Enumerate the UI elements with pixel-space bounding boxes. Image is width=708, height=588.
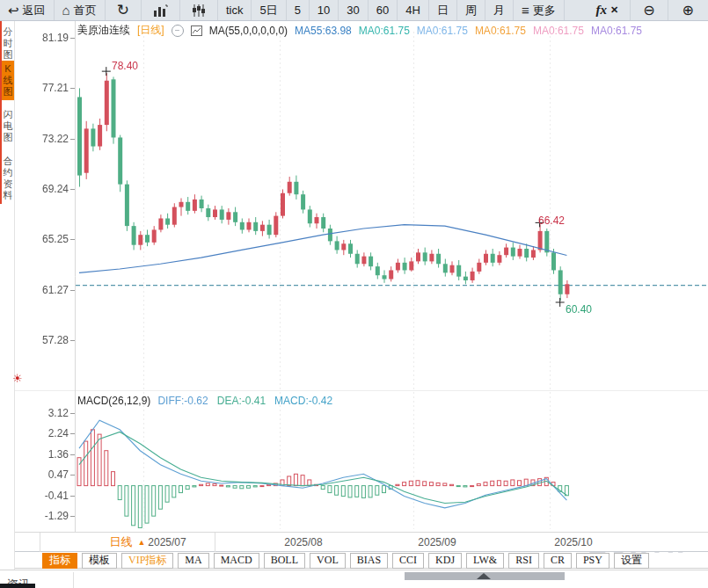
- ma-value: MA0:61.75: [417, 25, 468, 37]
- ma-value: MA0:61.75: [359, 25, 410, 37]
- macd-values: DIFF:-0.62DEA:-0.41MACD:-0.42: [157, 395, 341, 407]
- sidebar-item-4[interactable]: 合约资料: [2, 153, 14, 204]
- more-button[interactable]: ≡ 更多: [514, 0, 565, 20]
- period-tag: [日线]: [137, 23, 164, 38]
- macd-axis-label: 0.47: [25, 468, 69, 481]
- macd-axis-label: 1.36: [25, 448, 69, 461]
- menu-icon: ≡: [522, 4, 529, 17]
- week-label: 周: [465, 3, 477, 18]
- date-axis-label: 2025/10: [554, 536, 592, 548]
- formula-fx-button[interactable]: fx✕: [584, 0, 631, 20]
- period-selector[interactable]: 日线 ▲: [40, 533, 215, 552]
- indicator-tabs-row: 指标模板VIP指标MAMACDBOLLVOLBIASCCIKDJLW&RSICR…: [14, 553, 708, 569]
- period-month-button[interactable]: 月: [485, 0, 514, 20]
- tab-KDJ[interactable]: KDJ: [428, 553, 462, 569]
- period-10min-button[interactable]: 10: [310, 0, 339, 20]
- refresh-button[interactable]: ↻: [106, 0, 142, 20]
- chart-title-row: 美原油连续 [日线] − MA(55,0,0,0,0,0) MA55:63.98…: [77, 23, 649, 38]
- ma-value: MA0:61.75: [591, 25, 642, 37]
- home-label: 首页: [74, 3, 97, 18]
- more-label: 更多: [533, 3, 556, 18]
- five-day-label: 5日: [259, 3, 277, 18]
- home-icon: ⌂: [62, 4, 70, 17]
- price-axis-label: 69.24: [25, 183, 69, 195]
- zoom-out-icon: ⊖: [643, 4, 654, 18]
- bottom-black-bar: [0, 584, 35, 588]
- date-axis-label: 2025/07: [148, 536, 186, 548]
- snapshot-icon[interactable]: [191, 25, 202, 36]
- back-button[interactable]: ↩ 返回: [0, 0, 55, 20]
- tab-VOL[interactable]: VOL: [310, 553, 346, 569]
- bottom-strip: 资讯: [0, 570, 708, 588]
- macd-axis-label: 3.12: [25, 407, 69, 419]
- tab-CR[interactable]: CR: [544, 553, 572, 569]
- tab-MACD[interactable]: MACD: [214, 553, 259, 569]
- period-30min-button[interactable]: 30: [339, 0, 368, 20]
- macd-settings-icon[interactable]: ☀: [12, 372, 23, 385]
- tab-指标[interactable]: 指标: [42, 553, 77, 569]
- divider: [73, 572, 74, 588]
- macd-value: DIFF:-0.62: [157, 395, 208, 407]
- period-5day-button[interactable]: 5日: [252, 0, 286, 20]
- tab-BOLL[interactable]: BOLL: [264, 553, 305, 569]
- bar-chart-icon: [153, 4, 168, 17]
- back-arrow-icon: ↩: [8, 4, 19, 17]
- period-5min-button[interactable]: 5: [287, 0, 310, 20]
- tab-BIAS[interactable]: BIAS: [350, 553, 388, 569]
- macd-formula: MACD(26,12,9): [77, 395, 150, 407]
- macd-title-row: MACD(26,12,9) DIFF:-0.62DEA:-0.41MACD:-0…: [77, 395, 341, 407]
- tab-设置[interactable]: 设置: [614, 553, 649, 569]
- period-tick-button[interactable]: tick: [218, 0, 252, 20]
- period-week-button[interactable]: 周: [457, 0, 485, 20]
- ma-value: MA0:61.75: [533, 25, 584, 37]
- ma-value: MA0:61.75: [475, 25, 526, 37]
- scroll-up-arrow-icon[interactable]: [477, 573, 491, 579]
- zoom-in-icon: ⊕: [682, 4, 694, 18]
- zoom-out-button[interactable]: ⊖: [631, 0, 668, 20]
- period-60min-button[interactable]: 60: [369, 0, 398, 20]
- price-axis-label: 81.19: [25, 32, 69, 44]
- triangle-up-icon: ▲: [138, 538, 146, 547]
- tab-RSI[interactable]: RSI: [508, 553, 539, 569]
- price-axis-label: 65.25: [25, 233, 69, 245]
- swing-low-annotation: 60.40: [566, 303, 592, 316]
- candlestick-view-button[interactable]: [180, 0, 218, 20]
- sidebar-item-1[interactable]: 分时图: [2, 24, 14, 63]
- sidebar-item-2[interactable]: K线图: [2, 61, 14, 100]
- tab-CCI[interactable]: CCI: [392, 553, 424, 569]
- macd-axis-label: -1.29: [25, 510, 69, 522]
- price-axis-label: 61.27: [25, 284, 69, 296]
- price-axis-label: 77.21: [25, 82, 69, 94]
- tick-label: tick: [226, 4, 244, 17]
- date-axis-label: 2025/09: [418, 536, 456, 548]
- price-axis-label: 73.22: [25, 133, 69, 145]
- horizontal-scrollbar[interactable]: [405, 572, 565, 580]
- day-label: 日: [437, 3, 449, 18]
- month-label: 月: [493, 3, 505, 18]
- chart-type-sidebar: 分时图K线图闪电图合约资料: [0, 21, 15, 570]
- date-axis-row: 日线 ▲ 2025/072025/082025/092025/10: [14, 532, 708, 552]
- period-4h-button[interactable]: 4H: [398, 0, 429, 20]
- tab-MA[interactable]: MA: [178, 553, 208, 569]
- min60-label: 60: [376, 4, 389, 17]
- macd-value: DEA:-0.41: [217, 395, 266, 407]
- candlestick-icon: [192, 4, 206, 17]
- h4-label: 4H: [405, 4, 420, 17]
- bar-chart-view-button[interactable]: [142, 0, 180, 20]
- ma-formula: MA(55,0,0,0,0,0): [209, 25, 288, 37]
- ma-value: MA55:63.98: [295, 25, 352, 37]
- sidebar-item-3[interactable]: 闪电图: [2, 106, 14, 146]
- home-button[interactable]: ⌂ 首页: [55, 0, 106, 20]
- zoom-in-button[interactable]: ⊕: [668, 0, 708, 20]
- period-day-button[interactable]: 日: [429, 0, 457, 20]
- tab-PSY[interactable]: PSY: [576, 553, 609, 569]
- candlestick-chart-canvas[interactable]: [0, 0, 708, 588]
- tab-VIP指标[interactable]: VIP指标: [121, 553, 173, 569]
- tab-LW&[interactable]: LW&: [466, 553, 504, 569]
- price-axis-label: 57.28: [25, 334, 69, 346]
- swing-high-annotation: 66.42: [538, 214, 565, 227]
- collapse-icon[interactable]: −: [172, 25, 184, 37]
- back-label: 返回: [23, 3, 46, 18]
- high-price-annotation: 78.40: [112, 60, 138, 72]
- tab-模板[interactable]: 模板: [82, 553, 117, 569]
